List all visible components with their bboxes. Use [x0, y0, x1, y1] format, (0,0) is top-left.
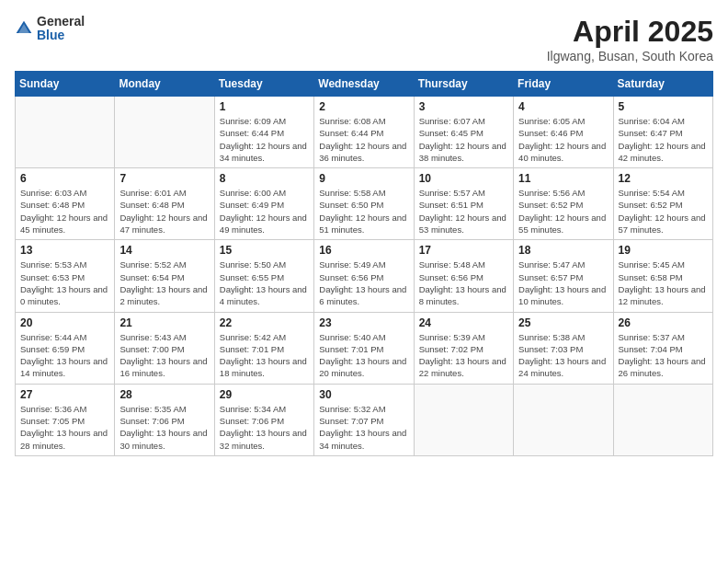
- calendar-cell: 2Sunrise: 6:08 AM Sunset: 6:44 PM Daylig…: [314, 97, 414, 168]
- day-detail: Sunrise: 5:43 AM Sunset: 7:00 PM Dayligh…: [119, 331, 209, 380]
- day-detail: Sunrise: 5:47 AM Sunset: 6:57 PM Dayligh…: [518, 259, 608, 307]
- calendar-cell: 23Sunrise: 5:40 AM Sunset: 7:01 PM Dayli…: [314, 312, 414, 384]
- day-number: 10: [419, 172, 508, 185]
- calendar-cell: [115, 97, 214, 168]
- day-number: 14: [119, 244, 209, 257]
- day-detail: Sunrise: 5:40 AM Sunset: 7:01 PM Dayligh…: [319, 331, 408, 380]
- calendar-cell: 8Sunrise: 6:00 AM Sunset: 6:49 PM Daylig…: [214, 168, 313, 240]
- calendar-cell: 20Sunrise: 5:44 AM Sunset: 6:59 PM Dayli…: [16, 312, 115, 384]
- day-number: 26: [619, 316, 708, 329]
- calendar-cell: 21Sunrise: 5:43 AM Sunset: 7:00 PM Dayli…: [115, 312, 214, 384]
- calendar-week-row: 20Sunrise: 5:44 AM Sunset: 6:59 PM Dayli…: [16, 312, 713, 384]
- calendar-cell: 6Sunrise: 6:03 AM Sunset: 6:48 PM Daylig…: [16, 168, 115, 240]
- day-detail: Sunrise: 5:38 AM Sunset: 7:03 PM Dayligh…: [518, 331, 608, 380]
- logo-icon: [15, 19, 33, 38]
- calendar-cell: 16Sunrise: 5:49 AM Sunset: 6:56 PM Dayli…: [314, 240, 414, 312]
- header-wednesday: Wednesday: [314, 72, 414, 97]
- day-detail: Sunrise: 5:34 AM Sunset: 7:06 PM Dayligh…: [220, 403, 309, 452]
- calendar-cell: 24Sunrise: 5:39 AM Sunset: 7:02 PM Dayli…: [414, 312, 513, 384]
- calendar-cell: [414, 384, 513, 455]
- calendar-week-row: 13Sunrise: 5:53 AM Sunset: 6:53 PM Dayli…: [16, 240, 713, 312]
- day-detail: Sunrise: 6:07 AM Sunset: 6:45 PM Dayligh…: [419, 115, 508, 164]
- day-number: 3: [419, 100, 508, 113]
- calendar-cell: 11Sunrise: 5:56 AM Sunset: 6:52 PM Dayli…: [514, 168, 613, 240]
- day-detail: Sunrise: 5:56 AM Sunset: 6:52 PM Dayligh…: [518, 187, 608, 236]
- calendar-cell: [514, 384, 613, 455]
- day-number: 12: [619, 172, 708, 185]
- day-number: 11: [518, 172, 608, 185]
- calendar-cell: 25Sunrise: 5:38 AM Sunset: 7:03 PM Dayli…: [514, 312, 613, 384]
- day-detail: Sunrise: 5:36 AM Sunset: 7:05 PM Dayligh…: [20, 403, 109, 452]
- day-number: 28: [119, 388, 209, 401]
- day-detail: Sunrise: 6:00 AM Sunset: 6:49 PM Dayligh…: [220, 187, 309, 236]
- day-detail: Sunrise: 5:37 AM Sunset: 7:04 PM Dayligh…: [619, 331, 708, 380]
- day-detail: Sunrise: 5:49 AM Sunset: 6:56 PM Dayligh…: [319, 259, 408, 307]
- day-detail: Sunrise: 5:35 AM Sunset: 7:06 PM Dayligh…: [119, 403, 209, 452]
- day-detail: Sunrise: 5:44 AM Sunset: 6:59 PM Dayligh…: [20, 331, 109, 380]
- calendar-cell: 30Sunrise: 5:32 AM Sunset: 7:07 PM Dayli…: [314, 384, 414, 455]
- header-saturday: Saturday: [613, 72, 712, 97]
- calendar-week-row: 6Sunrise: 6:03 AM Sunset: 6:48 PM Daylig…: [16, 168, 713, 240]
- calendar-cell: 3Sunrise: 6:07 AM Sunset: 6:45 PM Daylig…: [414, 97, 513, 168]
- calendar-cell: 29Sunrise: 5:34 AM Sunset: 7:06 PM Dayli…: [214, 384, 313, 455]
- logo-general-text: General: [37, 15, 85, 29]
- calendar-cell: 13Sunrise: 5:53 AM Sunset: 6:53 PM Dayli…: [16, 240, 115, 312]
- calendar-cell: 1Sunrise: 6:09 AM Sunset: 6:44 PM Daylig…: [214, 97, 313, 168]
- day-number: 27: [20, 388, 109, 401]
- day-number: 8: [220, 172, 309, 185]
- day-detail: Sunrise: 5:53 AM Sunset: 6:53 PM Dayligh…: [20, 259, 109, 307]
- day-number: 16: [319, 244, 408, 257]
- title-block: April 2025 Ilgwang, Busan, South Korea: [547, 15, 713, 63]
- day-number: 7: [119, 172, 209, 185]
- day-detail: Sunrise: 6:01 AM Sunset: 6:48 PM Dayligh…: [119, 187, 209, 236]
- day-number: 4: [518, 100, 608, 113]
- logo-text: General Blue: [37, 15, 85, 43]
- calendar-cell: [16, 97, 115, 168]
- day-detail: Sunrise: 6:08 AM Sunset: 6:44 PM Dayligh…: [319, 115, 408, 164]
- header-thursday: Thursday: [414, 72, 513, 97]
- calendar-table: SundayMondayTuesdayWednesdayThursdayFrid…: [15, 71, 713, 456]
- day-number: 30: [319, 388, 408, 401]
- day-number: 20: [20, 316, 109, 329]
- day-detail: Sunrise: 5:58 AM Sunset: 6:50 PM Dayligh…: [319, 187, 408, 236]
- day-detail: Sunrise: 5:32 AM Sunset: 7:07 PM Dayligh…: [319, 403, 408, 452]
- day-number: 2: [319, 100, 408, 113]
- calendar-cell: 7Sunrise: 6:01 AM Sunset: 6:48 PM Daylig…: [115, 168, 214, 240]
- calendar-cell: 19Sunrise: 5:45 AM Sunset: 6:58 PM Dayli…: [613, 240, 712, 312]
- day-number: 21: [119, 316, 209, 329]
- calendar-title: April 2025: [547, 15, 713, 49]
- calendar-header-row: SundayMondayTuesdayWednesdayThursdayFrid…: [16, 72, 713, 97]
- day-number: 23: [319, 316, 408, 329]
- day-detail: Sunrise: 6:03 AM Sunset: 6:48 PM Dayligh…: [20, 187, 109, 236]
- logo-blue-text: Blue: [37, 29, 85, 42]
- day-number: 18: [518, 244, 608, 257]
- calendar-cell: 10Sunrise: 5:57 AM Sunset: 6:51 PM Dayli…: [414, 168, 513, 240]
- day-detail: Sunrise: 5:57 AM Sunset: 6:51 PM Dayligh…: [419, 187, 508, 236]
- day-number: 15: [220, 244, 309, 257]
- day-detail: Sunrise: 5:39 AM Sunset: 7:02 PM Dayligh…: [419, 331, 508, 380]
- day-number: 1: [220, 100, 309, 113]
- calendar-cell: 27Sunrise: 5:36 AM Sunset: 7:05 PM Dayli…: [16, 384, 115, 455]
- day-detail: Sunrise: 5:52 AM Sunset: 6:54 PM Dayligh…: [119, 259, 209, 307]
- day-number: 17: [419, 244, 508, 257]
- day-detail: Sunrise: 5:50 AM Sunset: 6:55 PM Dayligh…: [220, 259, 309, 307]
- page-header: General Blue April 2025 Ilgwang, Busan, …: [15, 15, 713, 63]
- day-detail: Sunrise: 6:09 AM Sunset: 6:44 PM Dayligh…: [220, 115, 309, 164]
- calendar-cell: 26Sunrise: 5:37 AM Sunset: 7:04 PM Dayli…: [613, 312, 712, 384]
- day-detail: Sunrise: 5:48 AM Sunset: 6:56 PM Dayligh…: [419, 259, 508, 307]
- calendar-cell: 12Sunrise: 5:54 AM Sunset: 6:52 PM Dayli…: [613, 168, 712, 240]
- calendar-cell: [613, 384, 712, 455]
- calendar-cell: 28Sunrise: 5:35 AM Sunset: 7:06 PM Dayli…: [115, 384, 214, 455]
- day-number: 29: [220, 388, 309, 401]
- calendar-cell: 14Sunrise: 5:52 AM Sunset: 6:54 PM Dayli…: [115, 240, 214, 312]
- day-number: 22: [220, 316, 309, 329]
- header-sunday: Sunday: [16, 72, 115, 97]
- day-detail: Sunrise: 5:54 AM Sunset: 6:52 PM Dayligh…: [619, 187, 708, 236]
- day-number: 9: [319, 172, 408, 185]
- calendar-cell: 9Sunrise: 5:58 AM Sunset: 6:50 PM Daylig…: [314, 168, 414, 240]
- calendar-cell: 18Sunrise: 5:47 AM Sunset: 6:57 PM Dayli…: [514, 240, 613, 312]
- day-number: 25: [518, 316, 608, 329]
- day-detail: Sunrise: 5:42 AM Sunset: 7:01 PM Dayligh…: [220, 331, 309, 380]
- calendar-cell: 22Sunrise: 5:42 AM Sunset: 7:01 PM Dayli…: [214, 312, 313, 384]
- calendar-cell: 4Sunrise: 6:05 AM Sunset: 6:46 PM Daylig…: [514, 97, 613, 168]
